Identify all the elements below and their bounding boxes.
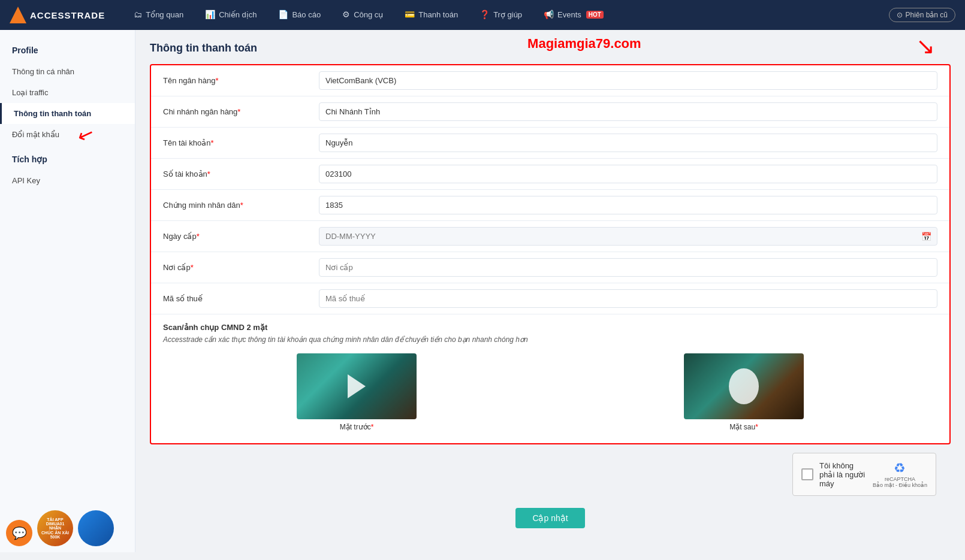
label-sotaikhoan: Số tài khoản* xyxy=(163,169,319,178)
form-row-chinhanh: Chi nhánh ngân hàng* xyxy=(151,96,949,128)
scan-front-image[interactable] xyxy=(297,353,417,419)
sidebar-label-apikey: API Key xyxy=(12,176,40,185)
events-icon: 📢 xyxy=(544,10,554,19)
thanhtoan-icon: 💳 xyxy=(405,10,415,19)
value-chinhanh xyxy=(319,102,937,121)
form-row-ngaycap: Ngày cấp* 📅 xyxy=(151,221,949,252)
nav-label-chiendich: Chiến dịch xyxy=(219,10,257,19)
sidebar-item-thongtincanhan[interactable]: Thông tin cá nhân xyxy=(0,61,135,82)
input-tennganhang[interactable] xyxy=(319,71,937,90)
form-row-cmnd: Chứng minh nhân dân* xyxy=(151,190,949,221)
congcu-icon: ⚙ xyxy=(342,10,350,19)
nav-item-events[interactable]: 📢 Events HOT xyxy=(533,0,614,30)
tich-hop-section-title: Tích hợp xyxy=(0,145,135,170)
nav-item-tongquan[interactable]: 🗂 Tổng quan xyxy=(123,0,194,30)
scan-front-label: Mặt trước* xyxy=(297,423,417,431)
play-icon-back xyxy=(729,368,759,404)
input-noicap[interactable] xyxy=(319,258,937,277)
label-masothue: Mã số thuế xyxy=(163,294,319,303)
value-cmnd xyxy=(319,196,937,214)
payment-form-card: Tên ngân hàng* Chi nhánh ngân hàng* Tên … xyxy=(150,64,951,444)
input-chinhanh[interactable] xyxy=(319,102,937,121)
scan-back: Mặt sau* xyxy=(684,353,804,431)
phien-ban-label: Phiên bản cũ xyxy=(906,11,948,19)
scan-note: Accesstrade cần xác thực thông tin tài k… xyxy=(163,335,937,344)
sidebar-item-loaitraffic[interactable]: Loại traffic xyxy=(0,82,135,103)
main-layout: Profile Thông tin cá nhân Loại traffic T… xyxy=(0,30,965,552)
recaptcha-text: Tôi không phải là người máy xyxy=(819,461,867,488)
sidebar-item-doimatkhau[interactable]: Đổi mật khẩu xyxy=(0,124,135,145)
badge-img-1[interactable]: TÂI APPDIMUA01NHẬNCHÚC ÀN XÀI500K xyxy=(37,510,73,546)
form-row-sotaikhoan: Số tài khoản* xyxy=(151,159,949,190)
input-sotaikhoan[interactable] xyxy=(319,165,937,183)
bottom-widgets: 💬 TÂI APPDIMUA01NHẬNCHÚC ÀN XÀI500K xyxy=(6,510,114,546)
trogiup-icon: ❓ xyxy=(480,10,490,19)
logo-text: ACCESSTRADE xyxy=(30,10,105,20)
value-sotaikhoan xyxy=(319,165,937,183)
chiendich-icon: 📊 xyxy=(205,10,215,19)
recaptcha-brand: reCAPTCHA xyxy=(885,476,915,482)
label-chinhanh: Chi nhánh ngân hàng* xyxy=(163,107,319,116)
form-row-masothue: Mã số thuế xyxy=(151,283,949,314)
top-navigation: ACCESSTRADE 🗂 Tổng quan 📊 Chiến dịch 📄 B… xyxy=(0,0,965,30)
main-content: Magiamgia79.com ↘ Thông tin thanh toán T… xyxy=(135,30,965,552)
submit-button[interactable]: Cập nhật xyxy=(515,508,584,528)
recaptcha-row: Tôi không phải là người máy ♻ reCAPTCHA … xyxy=(150,444,951,502)
input-cmnd[interactable] xyxy=(319,196,937,214)
badge-img-2[interactable] xyxy=(78,510,114,546)
form-row-tennganhang: Tên ngân hàng* xyxy=(151,65,949,96)
scan-images: Mặt trước* Mặt sau* xyxy=(163,353,937,431)
play-icon-front xyxy=(342,371,372,401)
scan-front: Mặt trước* xyxy=(297,353,417,431)
baocao-icon: 📄 xyxy=(278,10,288,19)
profile-section-title: Profile xyxy=(0,42,135,61)
nav-label-trogiup: Trợ giúp xyxy=(493,10,522,19)
submit-row: Cập nhật xyxy=(150,502,951,540)
logo-icon xyxy=(10,7,26,23)
sidebar-item-apikey[interactable]: API Key xyxy=(0,170,135,191)
value-tentaikhoan xyxy=(319,134,937,152)
recaptcha-logo: ♻ reCAPTCHA Bảo mật - Điều khoản xyxy=(873,461,927,488)
value-tennganhang xyxy=(319,71,937,90)
input-masothue[interactable] xyxy=(319,289,937,308)
recaptcha-checkbox[interactable] xyxy=(801,468,813,480)
sidebar-label-thongtincanhan: Thông tin cá nhân xyxy=(12,67,74,76)
nav-label-thanhtoan: Thanh toán xyxy=(418,10,458,19)
nav-items: 🗂 Tổng quan 📊 Chiến dịch 📄 Báo cáo ⚙ Côn… xyxy=(123,0,888,30)
logo[interactable]: ACCESSTRADE xyxy=(10,7,105,23)
date-wrapper-ngaycap: 📅 xyxy=(319,227,937,246)
nav-item-trogiup[interactable]: ❓ Trợ giúp xyxy=(469,0,533,30)
value-masothue xyxy=(319,289,937,308)
nav-item-baocao[interactable]: 📄 Báo cáo xyxy=(267,0,331,30)
input-tentaikhoan[interactable] xyxy=(319,134,937,152)
hot-badge: HOT xyxy=(586,11,604,19)
calendar-icon[interactable]: 📅 xyxy=(921,232,931,241)
sidebar-item-thongtinthanhtoan[interactable]: Thông tin thanh toán xyxy=(0,103,135,124)
value-noicap xyxy=(319,258,937,277)
tongquan-icon: 🗂 xyxy=(134,10,142,19)
input-ngaycap[interactable] xyxy=(319,227,937,246)
sidebar-label-thongtinthanhtoan: Thông tin thanh toán xyxy=(14,109,91,118)
label-cmnd: Chứng minh nhân dân* xyxy=(163,201,319,210)
scan-section: Scan/ảnh chụp CMND 2 mặt Accesstrade cần… xyxy=(151,314,949,443)
label-tennganhang: Tên ngân hàng* xyxy=(163,76,319,85)
sidebar: Profile Thông tin cá nhân Loại traffic T… xyxy=(0,30,135,552)
form-row-tentaikhoan: Tên tài khoản* xyxy=(151,128,949,159)
nav-item-thanhtoan[interactable]: 💳 Thanh toán xyxy=(394,0,469,30)
nav-label-events: Events xyxy=(557,10,581,19)
label-noicap: Nơi cấp* xyxy=(163,263,319,272)
phien-ban-icon: ⊙ xyxy=(897,11,903,19)
nav-label-baocao: Báo cáo xyxy=(292,10,321,19)
scan-back-image[interactable] xyxy=(684,353,804,419)
scan-back-label: Mặt sau* xyxy=(684,423,804,431)
nav-item-congcu[interactable]: ⚙ Công cụ xyxy=(331,0,394,30)
nav-label-congcu: Công cụ xyxy=(354,10,383,19)
nav-item-chiendich[interactable]: 📊 Chiến dịch xyxy=(194,0,267,30)
nav-label-tongquan: Tổng quan xyxy=(146,10,183,19)
label-ngaycap: Ngày cấp* xyxy=(163,232,319,241)
scan-title: Scan/ảnh chụp CMND 2 mặt xyxy=(163,323,937,332)
phien-ban-button[interactable]: ⊙ Phiên bản cũ xyxy=(889,8,955,22)
chat-button[interactable]: 💬 xyxy=(6,520,32,546)
sidebar-label-loaitraffic: Loại traffic xyxy=(12,88,49,97)
sidebar-label-doimatkhau: Đổi mật khẩu xyxy=(12,130,59,139)
